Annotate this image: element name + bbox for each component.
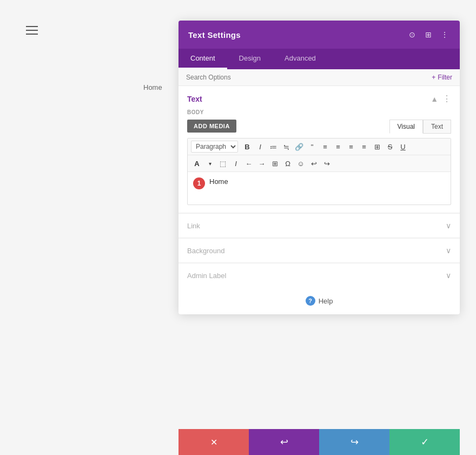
tab-advanced[interactable]: Advanced [273,49,328,69]
color-dropdown-button[interactable]: ▾ [204,157,216,169]
table-button[interactable]: ⊞ [371,141,383,153]
text-color-button[interactable]: A [191,157,203,169]
toolbar-row-1: Paragraph B I ≔ ≒ 🔗 " ≡ ≡ ≡ ≡ ⊞ S U [188,139,451,155]
editor-tab-text[interactable]: Text [423,120,451,134]
more-options-icon[interactable]: ⋮ [439,29,450,40]
tab-content[interactable]: Content [178,49,227,69]
bold-button[interactable]: B [241,141,253,153]
italic2-button[interactable]: I [230,157,242,169]
underline-button[interactable]: U [397,141,409,153]
editor-content-area[interactable]: 1 Home [188,172,451,205]
page-background: Home ✕ Text Settings ⊙ ⊞ ⋮ Content Desig… [0,0,476,455]
help-section: ? Help [178,287,460,314]
panel-tabs: Content Design Advanced [178,49,460,69]
fullscreen-button[interactable]: ⊞ [269,157,281,169]
admin-label-section-label: Admin Label [187,272,226,280]
align-center-button[interactable]: ≡ [332,141,344,153]
hamburger-line-1 [26,26,38,27]
responsive-icon[interactable]: ⊙ [407,29,418,40]
hamburger-line-2 [26,30,38,31]
panel-content: Text ▲ ⋮ Body ADD MEDIA Visual Text [178,86,460,213]
bottom-action-bar: ✕ ↩ ↪ ✓ [178,429,460,455]
admin-label-chevron-icon: ∨ [446,271,451,280]
text-section-more-icon[interactable]: ⋮ [442,94,451,104]
toolbar-row-2: A ▾ ⬚ I ← → ⊞ Ω ☺ ↩ ↪ [188,155,451,172]
add-media-button[interactable]: ADD MEDIA [187,120,236,133]
section-controls: ▲ ⋮ [431,94,451,104]
undo-button[interactable]: ↩ [249,429,319,455]
text-section-title: Text [187,95,202,103]
ordered-list-button[interactable]: ≒ [280,141,292,153]
link-section[interactable]: Link ∨ [178,213,460,238]
redo-editor-button[interactable]: ↪ [321,157,333,169]
grid-icon[interactable]: ⊞ [423,29,434,40]
step-badge: 1 [193,177,205,189]
tab-design[interactable]: Design [227,49,273,69]
hamburger-menu[interactable] [26,26,38,35]
background-section[interactable]: Background ∨ [178,238,460,262]
help-icon[interactable]: ? [306,296,315,306]
editor-wrapper: Paragraph B I ≔ ≒ 🔗 " ≡ ≡ ≡ ≡ ⊞ S U [187,138,451,205]
unordered-list-button[interactable]: ≔ [267,141,279,153]
filter-label: Filter [438,74,452,81]
text-section-collapse-icon[interactable]: ▲ [431,95,438,103]
link-section-chevron-icon: ∨ [446,221,451,230]
undo-editor-button[interactable]: ↩ [308,157,320,169]
search-input[interactable] [186,74,432,81]
editor-text[interactable]: Home [209,176,228,187]
link-button[interactable]: 🔗 [293,141,305,153]
redo-button[interactable]: ↪ [319,429,389,455]
paste-button[interactable]: ⬚ [217,157,229,169]
undo-icon: ↩ [280,436,288,448]
panel-header: Text Settings ⊙ ⊞ ⋮ [178,21,460,49]
filter-button[interactable]: + Filter [432,74,452,81]
cancel-button[interactable]: ✕ [178,429,249,455]
panel-header-icons: ⊙ ⊞ ⋮ [407,29,450,40]
align-justify-button[interactable]: ≡ [358,141,370,153]
italic-button[interactable]: I [254,141,266,153]
editor-mode-tabs: Visual Text [389,120,451,134]
redo-icon: ↪ [351,436,359,448]
align-right-button[interactable]: ≡ [345,141,357,153]
editor-tab-visual[interactable]: Visual [389,120,423,134]
strikethrough-button[interactable]: S [384,141,396,153]
special-char-button[interactable]: Ω [282,157,294,169]
indent-left-button[interactable]: ← [243,157,255,169]
blockquote-button[interactable]: " [306,141,318,153]
hamburger-line-3 [26,34,38,35]
align-left-button[interactable]: ≡ [319,141,331,153]
breadcrumb: Home [143,83,162,91]
save-icon: ✓ [421,436,429,448]
help-label[interactable]: Help [319,297,333,305]
filter-plus-icon: + [432,74,435,81]
save-button[interactable]: ✓ [389,429,460,455]
emoji-button[interactable]: ☺ [295,157,307,169]
text-settings-panel: Text Settings ⊙ ⊞ ⋮ Content Design Advan… [178,21,460,314]
link-section-label: Link [187,222,200,230]
cancel-icon: ✕ [210,437,217,447]
background-section-chevron-icon: ∨ [446,246,451,255]
indent-right-button[interactable]: → [256,157,268,169]
search-bar: + Filter [178,69,460,86]
paragraph-select[interactable]: Paragraph [191,141,238,153]
admin-label-section[interactable]: Admin Label ∨ [178,263,460,287]
body-field-label: Body [187,109,451,115]
background-section-label: Background [187,247,224,255]
panel-title: Text Settings [188,30,241,39]
text-section-header: Text ▲ ⋮ [187,94,451,104]
